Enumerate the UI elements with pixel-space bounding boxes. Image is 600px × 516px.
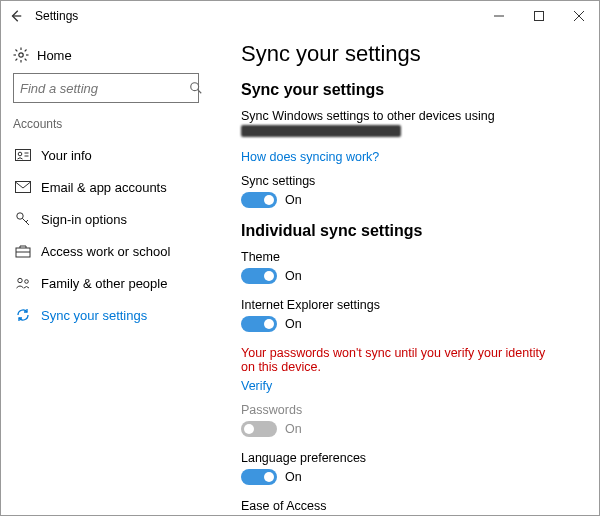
ie-state: On [285, 317, 302, 331]
sync-icon [15, 307, 31, 323]
home-nav[interactable]: Home [13, 41, 199, 73]
nav-label: Sign-in options [41, 212, 127, 227]
sync-settings-label: Sync settings [241, 174, 579, 188]
account-name-redacted [241, 125, 401, 137]
svg-line-9 [16, 50, 18, 52]
maximize-button[interactable] [519, 1, 559, 31]
svg-point-26 [25, 280, 29, 284]
page-title: Sync your settings [241, 41, 579, 67]
section-heading-sync: Sync your settings [241, 81, 579, 99]
nav-label: Sync your settings [41, 308, 147, 323]
back-button[interactable] [1, 1, 31, 31]
sidebar-item-work[interactable]: Access work or school [13, 235, 199, 267]
sidebar: Home Accounts Your info Email & app acco… [1, 31, 211, 515]
nav-label: Email & app accounts [41, 180, 167, 195]
titlebar: Settings [1, 1, 599, 31]
minimize-button[interactable] [479, 1, 519, 31]
sync-description: Sync Windows settings to other devices u… [241, 109, 579, 123]
content-pane: Sync your settings Sync your settings Sy… [211, 31, 599, 515]
key-icon [15, 211, 31, 227]
theme-toggle[interactable] [241, 268, 277, 284]
sidebar-item-email[interactable]: Email & app accounts [13, 171, 199, 203]
ie-label: Internet Explorer settings [241, 298, 579, 312]
svg-line-22 [26, 220, 28, 222]
mail-icon [15, 179, 31, 195]
home-label: Home [37, 48, 72, 63]
search-field[interactable] [20, 81, 189, 96]
people-icon [15, 275, 31, 291]
svg-point-13 [191, 83, 199, 91]
ie-toggle[interactable] [241, 316, 277, 332]
sidebar-item-sync[interactable]: Sync your settings [13, 299, 199, 331]
svg-line-11 [25, 50, 27, 52]
ease-label: Ease of Access [241, 499, 579, 513]
svg-point-20 [17, 213, 23, 219]
svg-line-12 [16, 59, 18, 61]
window-title: Settings [35, 9, 78, 23]
verify-link[interactable]: Verify [241, 379, 272, 393]
nav-label: Your info [41, 148, 92, 163]
theme-state: On [285, 269, 302, 283]
person-card-icon [15, 147, 31, 163]
sidebar-item-your-info[interactable]: Your info [13, 139, 199, 171]
sync-settings-state: On [285, 193, 302, 207]
search-icon [189, 81, 203, 95]
passwords-toggle [241, 421, 277, 437]
passwords-label: Passwords [241, 403, 579, 417]
nav-label: Access work or school [41, 244, 170, 259]
theme-label: Theme [241, 250, 579, 264]
sync-settings-toggle[interactable] [241, 192, 277, 208]
close-button[interactable] [559, 1, 599, 31]
gear-icon [13, 47, 29, 63]
svg-point-4 [19, 53, 23, 57]
passwords-state: On [285, 422, 302, 436]
section-heading-individual: Individual sync settings [241, 222, 579, 240]
svg-line-14 [198, 90, 202, 94]
svg-rect-19 [16, 182, 31, 193]
svg-point-16 [18, 152, 22, 156]
sidebar-section-heading: Accounts [13, 117, 199, 131]
svg-rect-1 [535, 12, 544, 21]
svg-point-25 [18, 278, 22, 282]
nav-label: Family & other people [41, 276, 167, 291]
sidebar-item-signin[interactable]: Sign-in options [13, 203, 199, 235]
sidebar-item-family[interactable]: Family & other people [13, 267, 199, 299]
svg-line-10 [25, 59, 27, 61]
language-toggle[interactable] [241, 469, 277, 485]
language-label: Language preferences [241, 451, 579, 465]
help-link[interactable]: How does syncing work? [241, 150, 379, 164]
password-warning: Your passwords won't sync until you veri… [241, 346, 561, 374]
language-state: On [285, 470, 302, 484]
briefcase-icon [15, 243, 31, 259]
search-input[interactable] [13, 73, 199, 103]
